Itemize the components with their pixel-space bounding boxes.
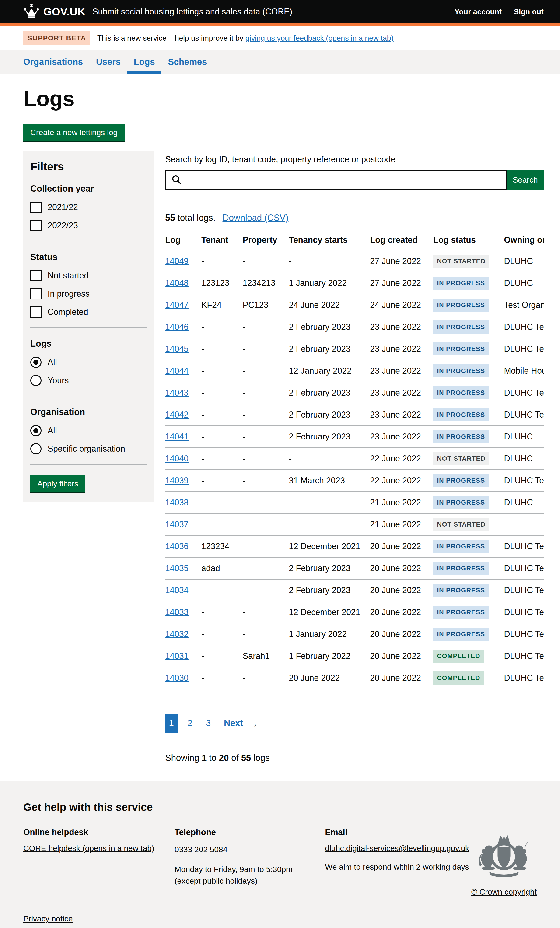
checkbox[interactable] [31, 201, 41, 213]
logs-table: LogTenantPropertyTenancy startsLog creat… [165, 231, 544, 689]
pagination-page[interactable]: 2 [184, 713, 196, 733]
radio-button[interactable] [31, 357, 41, 368]
filter-checkbox-option[interactable]: Completed [31, 307, 147, 317]
log-link[interactable]: 14043 [165, 388, 189, 397]
nav-tab[interactable]: Users [90, 50, 127, 74]
log-link[interactable]: 14030 [165, 673, 189, 683]
table-row: 14037 - - - 21 June 2022 NOT STARTED [165, 513, 544, 536]
beta-tag: SUPPORT BETA [23, 31, 90, 45]
column-header: Log [165, 231, 201, 250]
checkbox[interactable] [31, 307, 41, 317]
option-label: Specific organisation [47, 444, 125, 454]
log-link[interactable]: 14046 [165, 322, 189, 332]
log-link[interactable]: 14037 [165, 519, 189, 529]
tenancy-starts-cell: 2 February 2023 [289, 382, 370, 404]
log-link[interactable]: 14033 [165, 607, 189, 617]
checkbox[interactable] [31, 288, 41, 299]
logs-table-container: LogTenantPropertyTenancy startsLog creat… [165, 231, 544, 689]
checkbox[interactable] [31, 220, 41, 231]
log-link[interactable]: 14042 [165, 410, 189, 420]
property-cell: - [243, 404, 289, 426]
status-badge: IN PROGRESS [433, 627, 488, 641]
status-badge: IN PROGRESS [433, 430, 488, 443]
your-account-link[interactable]: Your account [455, 8, 502, 16]
radio-button[interactable] [31, 443, 41, 455]
status-badge: IN PROGRESS [433, 474, 488, 487]
filter-radio-option[interactable]: Yours [31, 375, 147, 386]
tenant-cell: KF24 [201, 294, 243, 316]
property-cell: Sarah1 [243, 645, 289, 667]
owning-organisation-cell: DLUHC Tes [504, 316, 544, 338]
footer-help-title: Get help with this service [23, 801, 544, 814]
download-csv-link[interactable]: Download (CSV) [223, 213, 288, 223]
email-title: Email [325, 827, 469, 837]
column-header: Tenant [201, 231, 243, 250]
log-link[interactable]: 14036 [165, 542, 189, 551]
log-link[interactable]: 14047 [165, 300, 189, 310]
table-row: 14045 - - 2 February 2023 23 June 2022 I… [165, 338, 544, 360]
filter-checkbox-option[interactable]: 2021/22 [31, 201, 147, 213]
log-link[interactable]: 14045 [165, 344, 189, 354]
checkbox[interactable] [31, 270, 41, 281]
option-label: In progress [47, 289, 90, 299]
log-link[interactable]: 14032 [165, 629, 189, 639]
log-link[interactable]: 14049 [165, 256, 189, 266]
log-created-cell: 20 June 2022 [370, 536, 433, 557]
govuk-logo[interactable]: GOV.UK [23, 4, 85, 19]
create-lettings-log-button[interactable]: Create a new lettings log [23, 124, 125, 140]
status-badge: NOT STARTED [433, 255, 489, 268]
crown-copyright-link[interactable]: © Crown copyright [471, 887, 537, 896]
privacy-notice-link[interactable]: Privacy notice [23, 914, 73, 923]
table-row: 14035 adad - 2 February 2023 20 June 202… [165, 557, 544, 579]
log-link[interactable]: 14035 [165, 563, 189, 573]
tenancy-starts-cell: 2 February 2023 [289, 579, 370, 601]
option-label: 2022/23 [47, 221, 78, 230]
log-link[interactable]: 14041 [165, 432, 189, 441]
divider [31, 396, 147, 396]
property-cell: - [243, 448, 289, 470]
crown-icon [23, 4, 40, 19]
nav-tab[interactable]: Organisations [17, 50, 90, 74]
owning-organisation-cell: DLUHC Tes [504, 557, 544, 579]
nav-tab[interactable]: Logs [127, 50, 162, 74]
core-helpdesk-link[interactable]: CORE helpdesk (opens in a new tab) [23, 844, 154, 853]
pagination-next[interactable]: Next [224, 718, 243, 728]
status-badge: IN PROGRESS [433, 364, 488, 377]
status-badge: NOT STARTED [433, 452, 489, 465]
sign-out-link[interactable]: Sign out [514, 8, 544, 16]
apply-filters-button[interactable]: Apply filters [31, 475, 85, 492]
filter-checkbox-option[interactable]: 2022/23 [31, 220, 147, 231]
radio-button[interactable] [31, 425, 41, 436]
tenant-cell: - [201, 645, 243, 667]
status-badge: IN PROGRESS [433, 276, 488, 290]
log-link[interactable]: 14034 [165, 585, 189, 595]
log-link[interactable]: 14044 [165, 366, 189, 375]
owning-organisation-cell: DLUHC Tes [504, 579, 544, 601]
tenancy-starts-cell: 1 January 2022 [289, 623, 370, 645]
log-link[interactable]: 14048 [165, 278, 189, 288]
pagination-page[interactable]: 1 [165, 713, 178, 733]
log-link[interactable]: 14039 [165, 476, 189, 485]
search-button[interactable]: Search [507, 170, 544, 189]
tenant-cell: - [201, 513, 243, 536]
pagination-page[interactable]: 3 [202, 713, 214, 733]
filter-checkbox-option[interactable]: In progress [31, 288, 147, 299]
radio-button[interactable] [31, 375, 41, 386]
feedback-link[interactable]: giving us your feedback (opens in a new … [246, 34, 394, 42]
filter-radio-option[interactable]: All [31, 425, 147, 436]
tenant-cell: 123234 [201, 536, 243, 557]
email-link[interactable]: dluhc.digital-services@levellingup.gov.u… [325, 844, 469, 853]
service-name-link[interactable]: Submit social housing lettings and sales… [92, 7, 292, 17]
log-created-cell: 20 June 2022 [370, 557, 433, 579]
log-link[interactable]: 14038 [165, 498, 189, 507]
filter-radio-option[interactable]: All [31, 357, 147, 368]
log-created-cell: 27 June 2022 [370, 272, 433, 294]
log-link[interactable]: 14031 [165, 651, 189, 661]
filter-radio-option[interactable]: Specific organisation [31, 443, 147, 455]
search-input[interactable] [165, 170, 507, 189]
filter-checkbox-option[interactable]: Not started [31, 270, 147, 281]
filter-section: Organisation All Specific organisation [31, 407, 147, 465]
log-link[interactable]: 14040 [165, 454, 189, 463]
nav-tab[interactable]: Schemes [162, 50, 214, 74]
divider [31, 241, 147, 241]
